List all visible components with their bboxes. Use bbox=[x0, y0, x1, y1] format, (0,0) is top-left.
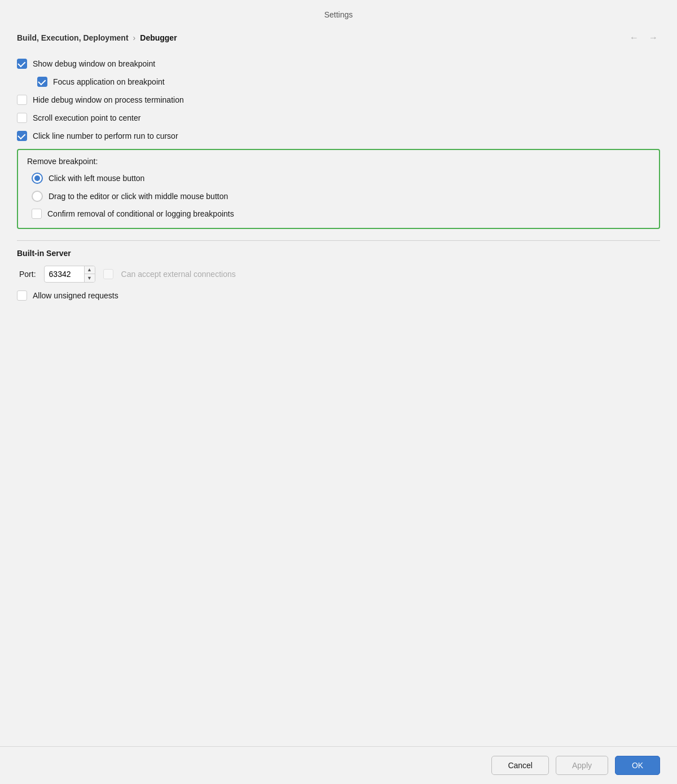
hide-debug-window-label: Hide debug window on process termination bbox=[33, 95, 184, 104]
port-spinners: ▲ ▼ bbox=[84, 266, 95, 282]
radio-drag-label: Drag to the editor or click with middle … bbox=[49, 192, 228, 201]
port-decrement-button[interactable]: ▼ bbox=[85, 274, 95, 282]
settings-dialog: Settings Build, Execution, Deployment › … bbox=[0, 0, 677, 784]
built-in-server-title: Built-in Server bbox=[17, 249, 660, 258]
confirm-removal-row: Confirm removal of conditional or loggin… bbox=[32, 209, 650, 219]
external-connections-checkbox[interactable] bbox=[103, 269, 113, 279]
scroll-execution-checkbox[interactable] bbox=[17, 113, 27, 123]
port-increment-button[interactable]: ▲ bbox=[85, 266, 95, 274]
breadcrumb-current: Debugger bbox=[140, 33, 177, 42]
content-area: Show debug window on breakpoint Focus ap… bbox=[0, 53, 677, 746]
hide-debug-window-row: Hide debug window on process termination bbox=[17, 95, 660, 105]
show-debug-window-row: Show debug window on breakpoint bbox=[17, 59, 660, 69]
scroll-execution-row: Scroll execution point to center bbox=[17, 113, 660, 123]
cancel-button[interactable]: Cancel bbox=[491, 756, 549, 775]
show-debug-window-label: Show debug window on breakpoint bbox=[33, 59, 155, 68]
breadcrumb-separator: › bbox=[133, 33, 136, 42]
hide-debug-window-checkbox[interactable] bbox=[17, 95, 27, 105]
ok-button[interactable]: OK bbox=[615, 756, 660, 775]
focus-application-row: Focus application on breakpoint bbox=[37, 77, 660, 87]
dialog-footer: Cancel Apply OK bbox=[0, 746, 677, 784]
nav-buttons: ← → bbox=[627, 32, 660, 44]
radio-drag[interactable] bbox=[32, 191, 43, 202]
confirm-removal-checkbox[interactable] bbox=[32, 209, 42, 219]
radio-left-mouse-label: Click with left mouse button bbox=[49, 174, 144, 183]
port-input[interactable] bbox=[45, 267, 84, 281]
focus-application-checkbox[interactable] bbox=[37, 77, 47, 87]
focus-application-label: Focus application on breakpoint bbox=[53, 77, 165, 86]
click-line-number-checkbox[interactable] bbox=[17, 131, 27, 141]
show-debug-window-checkbox[interactable] bbox=[17, 59, 27, 69]
radio-left-mouse[interactable] bbox=[32, 173, 43, 184]
external-connections-label: Can accept external connections bbox=[121, 270, 236, 279]
confirm-removal-label: Confirm removal of conditional or loggin… bbox=[47, 209, 234, 218]
breadcrumb-row: Build, Execution, Deployment › Debugger … bbox=[0, 26, 677, 53]
forward-button[interactable]: → bbox=[647, 32, 660, 44]
dialog-title: Settings bbox=[0, 0, 677, 26]
allow-unsigned-label: Allow unsigned requests bbox=[33, 291, 118, 300]
allow-unsigned-row: Allow unsigned requests bbox=[17, 290, 660, 301]
breadcrumb-parent: Build, Execution, Deployment bbox=[17, 33, 129, 42]
remove-breakpoint-group: Remove breakpoint: Click with left mouse… bbox=[17, 149, 660, 229]
click-line-number-label: Click line number to perform run to curs… bbox=[33, 131, 178, 140]
section-divider bbox=[17, 240, 660, 241]
apply-button[interactable]: Apply bbox=[556, 756, 608, 775]
radio-left-mouse-row: Click with left mouse button bbox=[32, 173, 650, 184]
port-row: Port: ▲ ▼ Can accept external connection… bbox=[19, 266, 660, 283]
allow-unsigned-checkbox[interactable] bbox=[17, 290, 27, 301]
scroll-execution-label: Scroll execution point to center bbox=[33, 113, 140, 122]
breadcrumb: Build, Execution, Deployment › Debugger bbox=[17, 33, 177, 42]
port-label: Port: bbox=[19, 270, 36, 279]
port-input-wrapper: ▲ ▼ bbox=[44, 266, 95, 283]
radio-drag-row: Drag to the editor or click with middle … bbox=[32, 191, 650, 202]
back-button[interactable]: ← bbox=[627, 32, 641, 44]
remove-breakpoint-title: Remove breakpoint: bbox=[27, 157, 650, 166]
click-line-number-row: Click line number to perform run to curs… bbox=[17, 131, 660, 141]
